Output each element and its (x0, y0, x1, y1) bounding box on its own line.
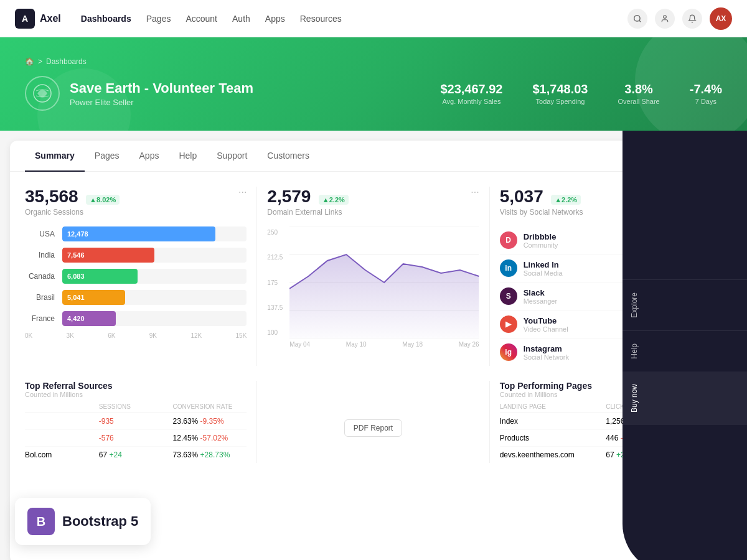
bootstrap-badge: B Bootstrap 5 (15, 498, 151, 545)
svg-point-0 (634, 15, 640, 21)
instagram-icon: ig (500, 343, 517, 361)
col-header: LANDING PAGE (500, 403, 606, 410)
main-area: Summary Pages Apps Help Support Customer… (0, 131, 747, 560)
nav-resources[interactable]: Resources (300, 14, 342, 24)
hero-logo (25, 76, 60, 111)
nav-right: AX (627, 7, 732, 30)
pages-sub: Counted in Millions (500, 391, 592, 398)
bootstrap-text: Bootstrap 5 (62, 513, 138, 530)
home-icon: 🏠 (25, 57, 34, 66)
buy-now-button[interactable]: Buy now (622, 371, 747, 425)
chart-x-labels: May 04May 10May 18May 26 (289, 341, 479, 348)
sessions-val: -935 (99, 417, 173, 426)
slack-icon: S (500, 287, 517, 305)
organic-sessions-badge: ▲8.02% (86, 195, 120, 205)
hero-title-group: Save Earth - Volunteer Team Power Elite … (70, 80, 430, 107)
user-icon[interactable] (655, 9, 675, 29)
hero-stats: $23,467.92 Avg. Monthly Sales $1,748.03 … (440, 82, 722, 105)
svg-line-1 (639, 20, 641, 22)
stat-label: Today Spending (533, 98, 588, 105)
bar-track: 6,083 (62, 269, 247, 284)
stat-label: Avg. Monthly Sales (440, 98, 502, 105)
bar-track: 7,546 (62, 248, 247, 263)
hero-subtitle: Power Elite Seller (70, 98, 430, 107)
tab-support[interactable]: Support (207, 141, 257, 172)
stat-value: -7.4% (690, 82, 722, 96)
tab-pages[interactable]: Pages (85, 141, 129, 172)
tab-customers[interactable]: Customers (257, 141, 319, 172)
page-name: Index (500, 417, 606, 426)
stat-7days: -7.4% 7 Days (690, 82, 722, 105)
youtube-icon: ▶ (500, 315, 517, 333)
nav-dashboards[interactable]: Dashboards (81, 14, 131, 24)
brand-name: Axel (40, 13, 61, 24)
help-button[interactable]: Help (622, 330, 747, 371)
social-label: Visits by Social Networks (500, 208, 583, 217)
tab-help[interactable]: Help (169, 141, 207, 172)
stat-value: $1,748.03 (533, 82, 588, 96)
sessions-val: -576 (99, 434, 173, 442)
nav-pages[interactable]: Pages (146, 14, 171, 24)
stat-label: Overall Share (618, 98, 659, 105)
widget-header: 35,568 ▲8.02% Organic Sessions ··· (25, 187, 247, 217)
bootstrap-icon: B (27, 508, 55, 535)
bar-chart: USA 12,478 India 7,546 Canada (25, 226, 247, 339)
hero-banner: 🏠 > Dashboards Save Earth - Volunteer Te… (0, 37, 747, 131)
search-icon[interactable] (627, 9, 647, 29)
hero-content: Save Earth - Volunteer Team Power Elite … (25, 76, 722, 111)
col-header: CONVERSION RATE (173, 403, 247, 410)
bar-track: 12,478 (62, 226, 247, 241)
widget-menu-icon[interactable]: ··· (471, 187, 479, 198)
line-chart-svg (289, 226, 479, 338)
domain-links-label: Domain External Links (267, 208, 349, 217)
stat-overall-share: 3.8% Overall Share (618, 82, 659, 105)
bar-row: India 7,546 (25, 248, 247, 263)
navbar: A Axel Dashboards Pages Account Auth App… (0, 0, 747, 37)
bar-row: Brasil 5,041 (25, 290, 247, 305)
col-header: SESSIONS (99, 403, 173, 410)
nav-auth[interactable]: Auth (232, 14, 250, 24)
country-label: Brasil (25, 293, 55, 302)
domain-links-badge: ▲2.2% (319, 195, 349, 205)
country-label: France (25, 314, 55, 323)
bar-row: USA 12,478 (25, 226, 247, 241)
side-panel: Explore Help Buy now (622, 131, 747, 560)
bar-fill: 6,083 (62, 269, 138, 284)
brand[interactable]: A Axel (15, 9, 61, 29)
table-row: -576 12.45% -57.02% (25, 430, 247, 447)
bar-row: Canada 6,083 (25, 269, 247, 284)
explore-button[interactable]: Explore (622, 279, 747, 330)
bar-track: 4,420 (62, 311, 247, 326)
referral-sources-widget: Top Referral Sources Counted in Millions… (25, 381, 257, 463)
pdf-report-button[interactable]: PDF Report (344, 419, 402, 437)
organic-sessions-label: Organic Sessions (25, 208, 120, 217)
stat-value: $23,467.92 (440, 82, 502, 96)
nav-apps[interactable]: Apps (265, 14, 285, 24)
page-name: devs.keenthemes.com (500, 450, 606, 459)
organic-sessions-value: 35,568 (25, 187, 78, 206)
tab-summary[interactable]: Summary (25, 141, 85, 172)
social-badge: ▲2.2% (551, 195, 581, 205)
svg-point-2 (664, 15, 667, 18)
organic-sessions-widget: 35,568 ▲8.02% Organic Sessions ··· USA 1… (25, 187, 257, 366)
widget-header: 2,579 ▲2.2% Domain External Links ··· (267, 187, 479, 217)
nav-account[interactable]: Account (186, 14, 217, 24)
svg-point-3 (34, 85, 51, 102)
avatar[interactable]: AX (710, 7, 732, 30)
table-row: Bol.com 67 +24 73.63% +28.73% (25, 447, 247, 463)
country-label: Canada (25, 272, 55, 281)
stat-monthly-sales: $23,467.92 Avg. Monthly Sales (440, 82, 502, 105)
table-row: -935 23.63% -9.35% (25, 413, 247, 430)
tab-apps[interactable]: Apps (129, 141, 169, 172)
country-label: USA (25, 230, 55, 238)
bar-axis: 0K3K6K9K12K15K (25, 332, 247, 339)
country-label: India (25, 251, 55, 259)
referral-sub: Counted in Millions (25, 391, 247, 398)
stat-label: 7 Days (690, 98, 722, 105)
social-value: 5,037 (500, 187, 543, 206)
bar-track: 5,041 (62, 290, 247, 305)
pdf-report-widget: PDF Report (257, 381, 489, 463)
bell-icon[interactable] (682, 9, 702, 29)
widget-menu-icon[interactable]: ··· (238, 187, 247, 198)
bar-fill: 7,546 (62, 248, 154, 263)
